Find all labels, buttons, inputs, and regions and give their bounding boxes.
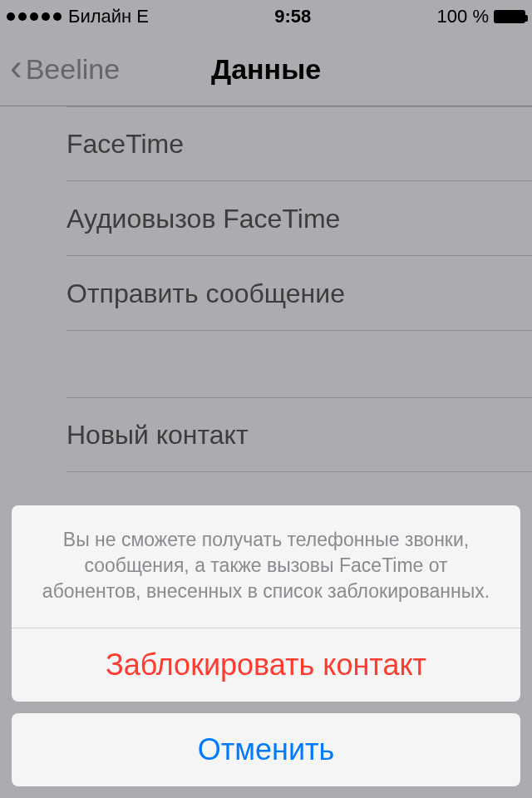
action-sheet-message: Вы не сможете получать телефонные звонки… xyxy=(12,505,520,628)
action-sheet-cancel-group: Отменить xyxy=(12,713,520,786)
cancel-button[interactable]: Отменить xyxy=(12,713,520,786)
action-sheet: Вы не сможете получать телефонные звонки… xyxy=(12,505,520,786)
action-sheet-group: Вы не сможете получать телефонные звонки… xyxy=(12,505,520,702)
block-contact-label: Заблокировать контакт xyxy=(106,648,426,682)
cancel-label: Отменить xyxy=(198,732,335,767)
block-contact-button[interactable]: Заблокировать контакт xyxy=(12,628,520,702)
